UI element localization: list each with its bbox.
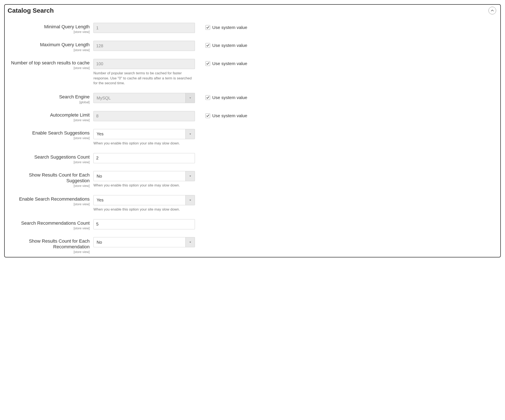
field-label: Enable Search Suggestions bbox=[32, 130, 90, 136]
label-col: Search Engine [global] bbox=[9, 93, 94, 104]
input-col: No When you enable this option your site… bbox=[94, 171, 195, 188]
autocomplete-limit-input[interactable] bbox=[94, 111, 195, 121]
input-col bbox=[94, 219, 195, 229]
check-icon bbox=[206, 114, 209, 117]
select-caret bbox=[185, 93, 195, 103]
field-label: Show Results Count for Each Recommendati… bbox=[29, 238, 90, 249]
max-query-length-input[interactable] bbox=[94, 41, 195, 51]
use-system-label[interactable]: Use system value bbox=[212, 43, 247, 48]
select-caret bbox=[185, 237, 195, 247]
caret-down-icon bbox=[189, 241, 191, 243]
label-col: Minimal Query Length [store view] bbox=[9, 23, 94, 34]
helper-text: When you enable this option your site ma… bbox=[94, 207, 195, 212]
select-caret bbox=[185, 171, 195, 181]
show-results-per-suggestion-select[interactable]: No bbox=[94, 171, 195, 181]
field-search-engine: Search Engine [global] MySQL Use system … bbox=[9, 93, 496, 104]
suggestions-count-input[interactable] bbox=[94, 153, 195, 163]
check-icon bbox=[206, 96, 209, 99]
use-system-label[interactable]: Use system value bbox=[212, 25, 247, 30]
caret-down-icon bbox=[189, 97, 191, 99]
use-system-checkbox[interactable] bbox=[205, 25, 210, 30]
field-label: Show Results Count for Each Suggestion bbox=[29, 172, 90, 183]
input-col bbox=[94, 23, 195, 33]
input-col bbox=[94, 153, 195, 163]
check-icon bbox=[206, 44, 209, 47]
chevron-up-icon bbox=[491, 9, 494, 12]
input-col: Number of popular search terms to be cac… bbox=[94, 59, 195, 86]
search-engine-select[interactable]: MySQL bbox=[94, 93, 195, 103]
sysval-col: Use system value bbox=[195, 41, 247, 48]
select-value: No bbox=[96, 240, 185, 245]
use-system-label[interactable]: Use system value bbox=[212, 61, 247, 66]
sysval-col bbox=[195, 195, 205, 197]
field-scope: [store view] bbox=[9, 226, 90, 230]
label-col: Show Results Count for Each Recommendati… bbox=[9, 237, 94, 253]
enable-recommendations-select[interactable]: Yes bbox=[94, 195, 195, 205]
field-scope: [store view] bbox=[9, 184, 90, 187]
field-scope: [store view] bbox=[9, 48, 90, 52]
field-label: Minimal Query Length bbox=[44, 24, 90, 29]
label-col: Enable Search Recommendations [store vie… bbox=[9, 195, 94, 206]
sysval-col: Use system value bbox=[195, 59, 247, 66]
field-enable-recommendations: Enable Search Recommendations [store vie… bbox=[9, 195, 496, 212]
sysval-col: Use system value bbox=[195, 93, 247, 100]
field-label: Enable Search Recommendations bbox=[19, 196, 90, 202]
use-system-label[interactable]: Use system value bbox=[212, 113, 247, 118]
select-value: MySQL bbox=[96, 96, 185, 100]
field-suggestions-count: Search Suggestions Count [store view] bbox=[9, 153, 496, 164]
field-min-query-length: Minimal Query Length [store view] Use sy… bbox=[9, 23, 496, 34]
field-autocomplete-limit: Autocomplete Limit [store view] Use syst… bbox=[9, 111, 496, 122]
input-col bbox=[94, 111, 195, 121]
show-results-per-recommendation-select[interactable]: No bbox=[94, 237, 195, 247]
use-system-label[interactable]: Use system value bbox=[212, 95, 247, 100]
section-title: Catalog Search bbox=[8, 7, 54, 14]
input-col: MySQL bbox=[94, 93, 195, 103]
recommendations-count-input[interactable] bbox=[94, 219, 195, 229]
field-scope: [store view] bbox=[9, 202, 90, 206]
select-caret bbox=[185, 129, 195, 139]
field-scope: [store view] bbox=[9, 160, 90, 164]
collapse-button[interactable] bbox=[488, 7, 496, 14]
min-query-length-input[interactable] bbox=[94, 23, 195, 33]
field-label: Search Suggestions Count bbox=[34, 154, 90, 160]
label-col: Search Suggestions Count [store view] bbox=[9, 153, 94, 164]
input-col: Yes When you enable this option your sit… bbox=[94, 195, 195, 212]
sysval-col bbox=[195, 237, 205, 239]
field-recommendations-count: Search Recommendations Count [store view… bbox=[9, 219, 496, 230]
use-system-checkbox[interactable] bbox=[205, 61, 210, 66]
helper-text: When you enable this option your site ma… bbox=[94, 183, 195, 188]
caret-down-icon bbox=[189, 133, 191, 135]
helper-text: When you enable this option your site ma… bbox=[94, 141, 195, 146]
select-value: No bbox=[96, 174, 185, 179]
field-label: Autocomplete Limit bbox=[50, 112, 90, 118]
use-system-checkbox[interactable] bbox=[205, 113, 210, 118]
label-col: Number of top search results to cache [s… bbox=[9, 59, 94, 70]
sysval-col bbox=[195, 171, 205, 173]
sysval-col bbox=[195, 153, 205, 155]
field-scope: [store view] bbox=[9, 136, 90, 140]
helper-text: Number of popular search terms to be cac… bbox=[94, 71, 195, 86]
field-scope: [store view] bbox=[9, 118, 90, 122]
panel-body: Minimal Query Length [store view] Use sy… bbox=[5, 17, 500, 257]
field-label: Search Recommendations Count bbox=[21, 221, 90, 226]
input-col: Yes When you enable this option your sit… bbox=[94, 129, 195, 146]
enable-suggestions-select[interactable]: Yes bbox=[94, 129, 195, 139]
field-max-query-length: Maximum Query Length [store view] Use sy… bbox=[9, 41, 496, 51]
field-label: Number of top search results to cache bbox=[11, 60, 90, 65]
input-col: No bbox=[94, 237, 195, 247]
sysval-col: Use system value bbox=[195, 111, 247, 118]
input-col bbox=[94, 41, 195, 51]
check-icon bbox=[206, 62, 209, 65]
field-scope: [store view] bbox=[9, 250, 90, 253]
label-col: Enable Search Suggestions [store view] bbox=[9, 129, 94, 140]
use-system-checkbox[interactable] bbox=[205, 95, 210, 100]
panel-header: Catalog Search bbox=[5, 5, 500, 17]
field-scope: [global] bbox=[9, 100, 90, 104]
label-col: Maximum Query Length [store view] bbox=[9, 41, 94, 51]
top-results-cache-input[interactable] bbox=[94, 59, 195, 69]
label-col: Autocomplete Limit [store view] bbox=[9, 111, 94, 122]
field-label: Search Engine bbox=[59, 94, 90, 99]
use-system-checkbox[interactable] bbox=[205, 43, 210, 48]
label-col: Search Recommendations Count [store view… bbox=[9, 219, 94, 230]
caret-down-icon bbox=[189, 199, 191, 201]
